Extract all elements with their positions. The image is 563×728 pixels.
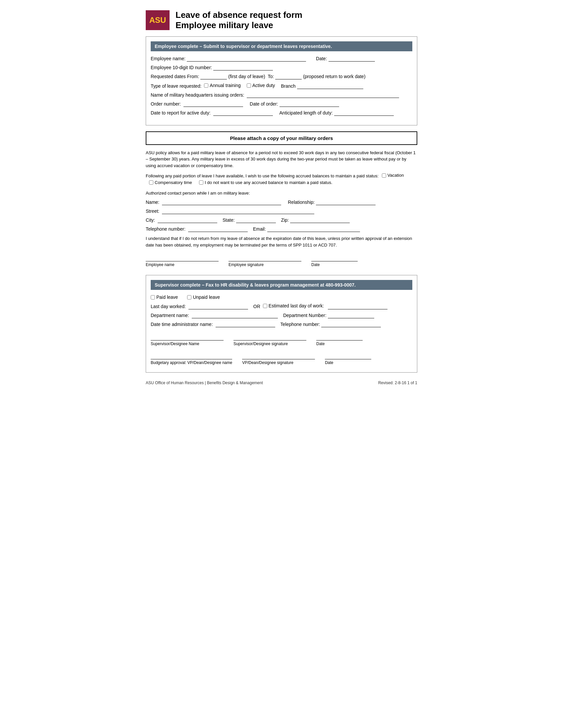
employee-id-field[interactable] bbox=[213, 65, 273, 70]
estimated-last-day-checkbox-group: Estimated last day of work: bbox=[263, 303, 324, 308]
contact-name-row: Name: Relationship: bbox=[146, 200, 417, 205]
type-of-leave-row: Type of leave requested: Annual training… bbox=[151, 83, 412, 89]
last-day-worked-row: Last day worked: OR Estimated last day o… bbox=[151, 303, 412, 309]
department-name-label: Department name: bbox=[151, 313, 189, 318]
department-name-field[interactable] bbox=[192, 313, 278, 318]
order-number-label: Order number: bbox=[151, 101, 181, 107]
comp-time-label: Compensatory time bbox=[155, 179, 192, 186]
zip-label: Zip: bbox=[281, 217, 289, 223]
annual-training-checkbox-group: Annual training bbox=[204, 83, 240, 88]
contact-name-field[interactable] bbox=[162, 200, 281, 205]
from-date-field[interactable] bbox=[200, 74, 227, 79]
sig-vp-sig-line[interactable] bbox=[242, 352, 315, 359]
sig-employee-name-line[interactable] bbox=[146, 254, 218, 261]
paid-leave-checkbox-group: Paid leave bbox=[151, 295, 178, 300]
military-hq-field[interactable] bbox=[247, 92, 399, 98]
paid-leave-checkbox[interactable] bbox=[151, 295, 155, 299]
duty-dates-row: Date to report for active duty: Anticipa… bbox=[151, 110, 412, 116]
estimated-last-day-field[interactable] bbox=[328, 304, 388, 309]
sig-supervisor-name-label: Supervisor/Designee Name bbox=[151, 341, 223, 346]
date-field[interactable] bbox=[329, 56, 375, 62]
state-field[interactable] bbox=[236, 217, 276, 223]
last-day-worked-field[interactable] bbox=[188, 304, 248, 309]
telephone-field[interactable] bbox=[188, 226, 248, 232]
annual-training-label: Annual training bbox=[210, 83, 240, 88]
military-hq-label: Name of military headquarters issuing or… bbox=[151, 92, 244, 98]
requested-dates-label: Requested dates From: bbox=[151, 74, 199, 79]
anticipated-length-field[interactable] bbox=[334, 110, 394, 116]
sig-employee-sig-block: Employee signature bbox=[228, 254, 302, 267]
sig-employee-sig-line[interactable] bbox=[228, 254, 302, 261]
sig-budgetary-label: Budgetary approval: VP/Dean/Designee nam… bbox=[151, 360, 232, 365]
vacation-label: Vacation bbox=[388, 172, 404, 179]
city-field[interactable] bbox=[158, 217, 217, 223]
or-label: OR bbox=[253, 304, 260, 309]
sig-employee-name-block: Employee name bbox=[146, 254, 218, 267]
comp-time-checkbox[interactable] bbox=[149, 180, 153, 185]
no-balance-label: I do not want to use any accrued balance… bbox=[205, 179, 332, 186]
to-date-field[interactable] bbox=[275, 74, 302, 79]
attach-text: Please attach a copy of your military or… bbox=[230, 135, 333, 141]
no-balance-checkbox[interactable] bbox=[199, 180, 203, 185]
relationship-field[interactable] bbox=[316, 200, 376, 205]
street-label: Street: bbox=[146, 208, 159, 214]
active-duty-label: Active duty bbox=[252, 83, 275, 88]
footer-left-text: ASU Office of Human Resources | Benefits… bbox=[146, 381, 263, 385]
contact-name-label: Name: bbox=[146, 200, 159, 205]
street-row: Street: bbox=[146, 208, 417, 214]
supervisor-banner-text: Supervisor complete – Fax to HR disabili… bbox=[155, 282, 356, 288]
vacation-checkbox[interactable] bbox=[382, 173, 386, 178]
policy-text-1: ASU policy allows for a paid military le… bbox=[146, 150, 417, 169]
street-field[interactable] bbox=[162, 208, 314, 214]
sig-supervisor-name-line[interactable] bbox=[151, 333, 223, 341]
sig-vp-date-line[interactable] bbox=[325, 352, 371, 359]
supervisor-section-banner: Supervisor complete – Fax to HR disabili… bbox=[151, 280, 412, 290]
telephone-email-row: Telephone number: Email: bbox=[146, 226, 417, 232]
page-footer: ASU Office of Human Resources | Benefits… bbox=[146, 381, 417, 385]
unpaid-leave-checkbox-group: Unpaid leave bbox=[187, 295, 220, 300]
date-report-field[interactable] bbox=[213, 110, 273, 116]
sig-supervisor-date-label: Date bbox=[316, 341, 363, 346]
sig-vp-sig-block: VP/Dean/Designee signature bbox=[242, 352, 315, 365]
sig-employee-sig-label: Employee signature bbox=[228, 262, 302, 267]
sig-employee-date-block: Date bbox=[311, 254, 358, 267]
supervisor-sig-row: Supervisor/Designee Name Supervisor/Desi… bbox=[151, 333, 412, 346]
sig-employee-date-line[interactable] bbox=[311, 254, 358, 261]
date-of-order-field[interactable] bbox=[279, 101, 339, 107]
zip-field[interactable] bbox=[290, 217, 350, 223]
date-label: Date: bbox=[316, 56, 327, 61]
email-field[interactable] bbox=[267, 226, 360, 232]
policy-text-2: Following any paid portion of leave I ha… bbox=[146, 174, 379, 179]
unpaid-leave-checkbox[interactable] bbox=[187, 295, 191, 299]
department-row: Department name: Department Number: bbox=[151, 313, 412, 318]
sig-employee-date-label: Date bbox=[311, 262, 358, 267]
comp-time-checkbox-group: Compensatory time bbox=[149, 179, 192, 186]
sig-supervisor-sig-line[interactable] bbox=[233, 333, 306, 341]
department-number-field[interactable] bbox=[328, 313, 374, 318]
employee-section-banner: Employee complete – Submit to supervisor… bbox=[151, 41, 412, 51]
date-time-admin-label: Date time administrator name: bbox=[151, 322, 213, 327]
requested-dates-row: Requested dates From: (first day of leav… bbox=[151, 74, 412, 79]
sig-vp-sig-label: VP/Dean/Designee signature bbox=[242, 360, 315, 365]
employee-id-label: Employee 10-digit ID number: bbox=[151, 65, 212, 70]
branch-field[interactable] bbox=[297, 83, 363, 89]
date-time-admin-field[interactable] bbox=[215, 322, 275, 327]
employee-name-field[interactable] bbox=[187, 56, 306, 62]
sig-supervisor-sig-label: Supervisor/Designee signature bbox=[233, 341, 306, 346]
email-label: Email: bbox=[253, 226, 266, 232]
sig-budgetary-name-line[interactable] bbox=[151, 352, 232, 359]
department-number-label: Department Number: bbox=[283, 313, 327, 318]
annual-training-checkbox[interactable] bbox=[204, 83, 208, 88]
active-duty-checkbox[interactable] bbox=[247, 83, 251, 88]
employee-id-row: Employee 10-digit ID number: bbox=[151, 65, 412, 70]
sig-supervisor-date-line[interactable] bbox=[316, 333, 363, 341]
telephone-label: Telephone number: bbox=[146, 226, 185, 232]
employee-sig-row: Employee name Employee signature Date bbox=[146, 254, 417, 267]
order-number-field[interactable] bbox=[183, 101, 243, 107]
supervisor-section: Supervisor complete – Fax to HR disabili… bbox=[146, 275, 417, 373]
sup-telephone-field[interactable] bbox=[321, 322, 381, 327]
sig-vp-date-block: Date bbox=[325, 352, 371, 365]
accrued-balances-row: Following any paid portion of leave I ha… bbox=[146, 172, 417, 187]
city-label: City: bbox=[146, 217, 155, 223]
estimated-last-day-checkbox[interactable] bbox=[263, 304, 267, 308]
